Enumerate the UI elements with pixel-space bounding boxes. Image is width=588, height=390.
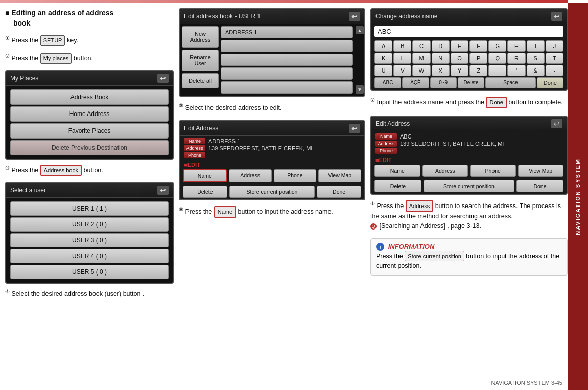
delete-prev-dest-btn[interactable]: Delete Previous Destination — [10, 140, 169, 155]
name-label-r: Name — [375, 133, 397, 140]
select-user-back-btn[interactable]: ↩ — [157, 186, 169, 195]
edit-addr-back-btn-right[interactable]: ↩ — [551, 119, 562, 128]
phone-edit-btn[interactable]: Phone — [274, 169, 317, 182]
address-book-inline-btn: Address book — [40, 165, 82, 176]
address-edit-btn-r[interactable]: Address — [422, 165, 468, 177]
key-numbers[interactable]: 0~9 — [430, 77, 457, 88]
home-address-btn[interactable]: Home Address — [10, 106, 169, 122]
name-edit-btn[interactable]: Name — [183, 169, 227, 182]
view-map-btn-r[interactable]: View Map — [518, 165, 564, 177]
store-pos-btn-mid[interactable]: Store current position — [229, 186, 315, 198]
key-X[interactable]: X — [432, 65, 450, 76]
ab-item-4[interactable] — [221, 81, 353, 94]
keyboard-back-btn[interactable]: ↩ — [551, 12, 562, 21]
key-O[interactable]: O — [451, 53, 468, 64]
info-box: i INFORMATION Press the Store current po… — [370, 238, 568, 276]
rename-user-btn[interactable]: Rename User — [182, 50, 219, 71]
key-V[interactable]: V — [393, 65, 411, 76]
key-Q[interactable]: Q — [488, 53, 506, 64]
done-btn-mid[interactable]: Done — [317, 186, 361, 198]
ab-item-1[interactable] — [221, 40, 353, 52]
edit-addr-back-btn-mid[interactable]: ↩ — [349, 124, 360, 133]
delete-btn[interactable]: Delete — [183, 186, 227, 198]
key-P[interactable]: P — [469, 53, 487, 64]
name-row-r: Name ABC — [375, 133, 562, 140]
store-pos-highlight: Store current position — [405, 251, 464, 262]
user4-btn[interactable]: USER 4 ( 0 ) — [10, 249, 169, 263]
scroll-down-btn[interactable]: ▼ — [356, 85, 364, 94]
user2-btn[interactable]: USER 2 ( 0 ) — [10, 217, 169, 232]
address-row-r: Address 139 SEEDORFF ST, BATTLE CREEK, M… — [375, 141, 562, 147]
address-row: Address 139 SEEDORFF ST, BATTLE CREEK, M… — [184, 145, 360, 151]
key-S[interactable]: S — [527, 53, 545, 64]
key-C[interactable]: C — [412, 40, 430, 52]
key-F[interactable]: F — [469, 40, 487, 52]
user3-btn[interactable]: USER 3 ( 0 ) — [10, 233, 169, 247]
key-B[interactable]: B — [393, 40, 411, 52]
key-Z[interactable]: Z — [469, 65, 487, 76]
user5-btn[interactable]: USER 5 ( 0 ) — [10, 265, 169, 279]
key-R[interactable]: R — [507, 53, 525, 64]
edit-addr-screen-mid: Edit Address ↩ Name ADDRESS 1 Address 13… — [179, 120, 365, 200]
key-dash[interactable]: - — [546, 65, 563, 76]
sidebar-label: NAVIGATION SYSTEM — [575, 158, 581, 235]
name-label: Name — [184, 138, 205, 144]
key-U[interactable]: U — [374, 65, 392, 76]
scroll-up-btn[interactable]: ▲ — [356, 26, 364, 34]
edit-btns-row1-r: Name Address Phone View Map — [371, 163, 567, 178]
key-I[interactable]: I — [527, 40, 545, 52]
name-edit-btn-r[interactable]: Name — [374, 165, 420, 177]
ab-item-0[interactable]: ADDRESS 1 — [221, 26, 353, 38]
key-J[interactable]: J — [546, 40, 563, 52]
name-value-r: ABC — [400, 133, 412, 140]
edit-btns-row2: Delete Store current position Done — [180, 184, 364, 199]
ab-item-3[interactable] — [221, 67, 353, 80]
address-edit-btn[interactable]: Address — [229, 169, 272, 182]
address-value-r: 139 SEEDORFF ST, BATTLE CREEK, MI — [400, 141, 504, 147]
step6-text: ⑥ Press the Name button to input the add… — [179, 205, 365, 218]
step8-text: ⑧ Press the Address button to search the… — [370, 200, 568, 231]
key-delete[interactable]: Delete — [458, 77, 484, 88]
done-btn-r[interactable]: Done — [516, 180, 563, 192]
phone-edit-btn-r[interactable]: Phone — [470, 165, 516, 177]
edit-ab-back-btn[interactable]: ↩ — [349, 12, 360, 21]
key-D[interactable]: D — [432, 40, 450, 52]
edit-ab-list: ADDRESS 1 — [221, 24, 355, 96]
key-G[interactable]: G — [488, 40, 506, 52]
key-done[interactable]: Done — [537, 77, 563, 88]
key-Y[interactable]: Y — [451, 65, 468, 76]
edit-addr-title-mid: Edit Address — [184, 125, 218, 132]
page-footer: NAVIGATION SYSTEM 3-45 — [491, 380, 562, 386]
key-E[interactable]: E — [451, 40, 468, 52]
key-space[interactable]: Space — [485, 77, 536, 88]
key-A[interactable]: A — [374, 40, 392, 52]
new-address-btn[interactable]: New Address — [182, 26, 219, 48]
step7-text: ⑦ Input the address name and press the D… — [370, 96, 568, 108]
delete-btn-r[interactable]: Delete — [374, 180, 421, 192]
key-abc[interactable]: ABC — [374, 77, 401, 88]
favorite-places-btn[interactable]: Favorite Places — [10, 123, 169, 139]
select-user-header: Select a user ↩ — [6, 183, 173, 198]
key-H[interactable]: H — [507, 40, 525, 52]
ab-item-2[interactable] — [221, 54, 353, 66]
key-ampersand[interactable]: & — [527, 65, 545, 76]
address-label: Address — [184, 145, 205, 151]
key-T[interactable]: T — [546, 53, 563, 64]
key-N[interactable]: N — [432, 53, 450, 64]
key-K[interactable]: K — [374, 53, 392, 64]
info-text: Press the Store current position button … — [376, 251, 562, 271]
store-pos-btn-right[interactable]: Store current position — [424, 180, 514, 192]
address-label-r: Address — [375, 141, 397, 147]
delete-all-btn[interactable]: Delete all — [182, 73, 219, 88]
key-M[interactable]: M — [412, 53, 430, 64]
edit-btns-row2-r: Delete Store current position Done — [371, 178, 567, 194]
address-book-btn[interactable]: Address Book — [10, 89, 169, 105]
key-accents[interactable]: ÀÇÈ — [402, 77, 429, 88]
user1-btn[interactable]: USER 1 ( 1 ) — [10, 201, 169, 216]
edit-addr-info-mid: Name ADDRESS 1 Address 139 SEEDORFF ST, … — [180, 136, 364, 160]
key-L[interactable]: L — [393, 53, 411, 64]
my-places-back-btn[interactable]: ↩ — [157, 74, 169, 83]
key-W[interactable]: W — [412, 65, 430, 76]
key-apostrophe[interactable]: ' — [507, 65, 525, 76]
view-map-btn[interactable]: View Map — [318, 169, 361, 182]
